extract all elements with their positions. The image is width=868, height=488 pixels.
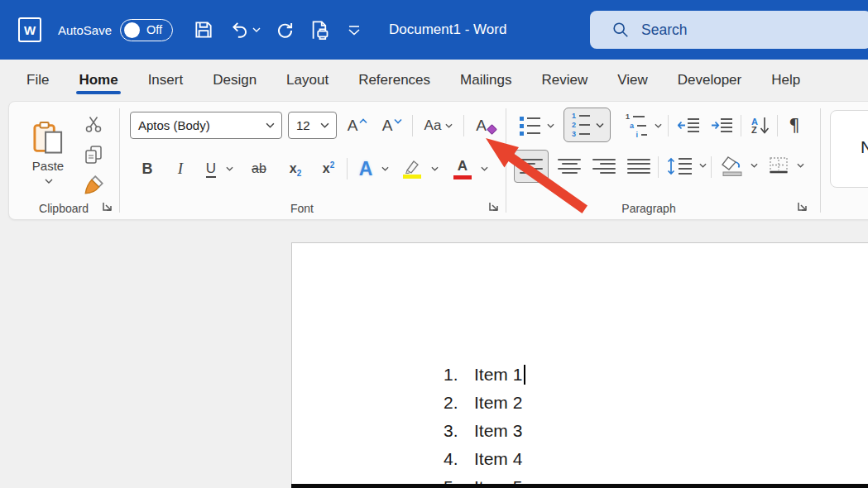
align-center-icon bbox=[558, 159, 581, 175]
list-item[interactable]: 4. Item 4 bbox=[444, 445, 525, 473]
shrink-font-button[interactable]: A bbox=[376, 112, 408, 140]
paint-bucket-icon bbox=[721, 155, 744, 177]
tab-developer[interactable]: Developer bbox=[666, 63, 754, 98]
tab-design[interactable]: Design bbox=[201, 63, 268, 98]
borders-button[interactable] bbox=[762, 151, 795, 181]
divider bbox=[658, 156, 659, 178]
line-spacing-icon bbox=[667, 156, 693, 176]
search-box[interactable]: Search bbox=[590, 11, 868, 49]
line-spacing-button[interactable] bbox=[663, 151, 698, 181]
font-color-button[interactable]: A bbox=[448, 153, 477, 184]
font-size-combo[interactable]: 12 bbox=[288, 112, 337, 139]
highlighter-pen-icon bbox=[402, 160, 422, 174]
format-painter-button[interactable] bbox=[79, 171, 108, 199]
justify-button[interactable] bbox=[623, 152, 655, 180]
copy-button[interactable] bbox=[80, 141, 107, 168]
tab-references[interactable]: References bbox=[347, 63, 442, 98]
divider bbox=[777, 115, 778, 136]
increase-indent-button[interactable] bbox=[707, 113, 737, 138]
underline-button[interactable]: U bbox=[198, 155, 224, 183]
print-preview-button[interactable] bbox=[309, 19, 331, 41]
font-name-combo[interactable]: Aptos (Body) bbox=[130, 112, 282, 139]
superscript-button[interactable]: x 2 bbox=[314, 155, 343, 183]
numbering-button-active[interactable]: 1 2 3 bbox=[563, 108, 611, 142]
align-center-button[interactable] bbox=[554, 152, 585, 180]
bold-button[interactable]: B bbox=[133, 155, 161, 183]
chevron-down-icon bbox=[394, 118, 402, 124]
multilevel-list-button[interactable]: 1 a i bbox=[620, 113, 651, 138]
font-size-value: 12 bbox=[296, 118, 320, 132]
subscript-button[interactable]: x 2 bbox=[281, 155, 310, 183]
text-effects-button[interactable]: A bbox=[352, 155, 380, 183]
list-item[interactable]: 3. Item 3 bbox=[444, 417, 525, 445]
tab-layout[interactable]: Layout bbox=[275, 63, 340, 98]
bullets-button[interactable] bbox=[516, 113, 544, 138]
chevron-down-icon bbox=[252, 27, 261, 33]
underline-dropdown[interactable] bbox=[226, 166, 233, 171]
italic-letter: I bbox=[178, 160, 183, 178]
change-case-button[interactable]: Aa bbox=[417, 112, 460, 140]
tab-insert[interactable]: Insert bbox=[137, 63, 195, 98]
clipboard-dialog-launcher[interactable] bbox=[102, 201, 114, 213]
tab-view[interactable]: View bbox=[606, 63, 659, 98]
paste-clipboard-icon bbox=[32, 120, 64, 156]
document-page[interactable] bbox=[291, 242, 868, 488]
paste-button[interactable]: Paste bbox=[21, 107, 75, 196]
show-formatting-marks-button[interactable]: ¶ bbox=[782, 112, 807, 139]
italic-button[interactable]: I bbox=[166, 155, 194, 183]
tab-review[interactable]: Review bbox=[530, 63, 599, 98]
align-left-button-active[interactable] bbox=[514, 150, 549, 183]
line-spacing-dropdown[interactable] bbox=[699, 163, 707, 168]
save-button[interactable] bbox=[193, 19, 214, 41]
chevron-down-icon bbox=[381, 166, 389, 171]
tab-file[interactable]: File bbox=[15, 63, 60, 98]
shading-button[interactable] bbox=[716, 151, 749, 182]
font-color-dropdown[interactable] bbox=[481, 166, 488, 171]
borders-icon bbox=[768, 156, 789, 176]
list-item[interactable]: 1. Item 1 bbox=[444, 361, 525, 389]
redo-button[interactable] bbox=[274, 19, 295, 41]
underline-letter: U bbox=[206, 160, 216, 178]
autosave-state: Off bbox=[146, 23, 162, 36]
undo-button[interactable] bbox=[229, 19, 251, 41]
paragraph-dialog-launcher[interactable] bbox=[797, 201, 809, 213]
divider bbox=[347, 158, 348, 179]
ribbon-tab-bar: File Home Insert Design Layout Reference… bbox=[0, 60, 868, 101]
clear-formatting-button[interactable]: A bbox=[468, 112, 503, 140]
strikethrough-button[interactable]: ab bbox=[242, 155, 276, 183]
tab-help[interactable]: Help bbox=[760, 63, 812, 98]
customize-quick-access-button[interactable] bbox=[348, 25, 361, 36]
font-name-value: Aptos (Body) bbox=[138, 118, 266, 132]
highlight-color-dropdown[interactable] bbox=[431, 166, 439, 171]
shading-dropdown[interactable] bbox=[751, 163, 758, 168]
highlight-color-button[interactable] bbox=[396, 153, 428, 184]
increase-indent-icon bbox=[711, 117, 734, 135]
borders-dropdown[interactable] bbox=[797, 163, 804, 168]
grow-font-button[interactable]: A bbox=[342, 112, 373, 140]
arrow-down-icon bbox=[760, 116, 770, 136]
sort-button[interactable]: A Z bbox=[746, 112, 775, 139]
align-right-button[interactable] bbox=[588, 152, 620, 180]
group-divider bbox=[119, 108, 120, 213]
chevron-down-icon bbox=[431, 166, 439, 171]
font-dialog-launcher[interactable] bbox=[488, 201, 501, 213]
multilevel-list-icon: 1 a i bbox=[624, 114, 647, 138]
word-logo-letter: W bbox=[24, 23, 36, 37]
tab-mailings[interactable]: Mailings bbox=[448, 63, 523, 98]
undo-dropdown[interactable] bbox=[252, 27, 261, 33]
tab-home[interactable]: Home bbox=[67, 63, 129, 98]
word-logo-icon[interactable]: W bbox=[18, 17, 41, 42]
numbered-list[interactable]: 1. Item 1 2. Item 2 3. Item 3 4. Item 4 … bbox=[444, 361, 525, 488]
shrink-font-letter: A bbox=[382, 117, 393, 135]
chevron-down-icon bbox=[655, 123, 662, 128]
autosave-toggle[interactable]: Off bbox=[120, 19, 173, 41]
style-normal-preview[interactable]: N bbox=[830, 110, 868, 188]
list-item[interactable]: 2. Item 2 bbox=[444, 389, 525, 417]
text-effects-dropdown[interactable] bbox=[381, 166, 389, 171]
decrease-indent-button[interactable] bbox=[674, 113, 704, 138]
style-preview-letter: N bbox=[861, 137, 868, 157]
bullets-dropdown[interactable] bbox=[547, 123, 554, 128]
multilevel-list-dropdown[interactable] bbox=[655, 123, 662, 128]
screenshot-bottom-edge bbox=[291, 484, 868, 488]
cut-button[interactable] bbox=[80, 112, 107, 136]
